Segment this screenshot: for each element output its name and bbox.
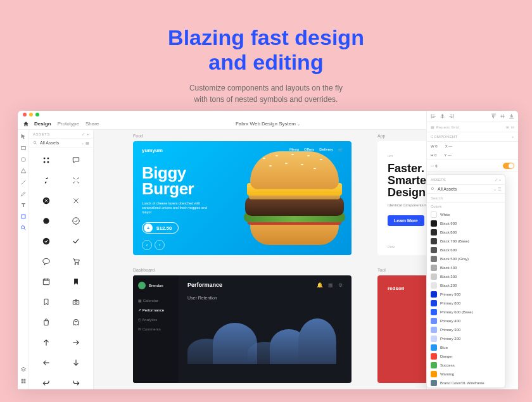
price-button[interactable]: + $12.50 [142,222,179,234]
swatch-item[interactable]: Danger [427,352,505,361]
bell-icon[interactable]: 🔔 [317,282,323,288]
asset-check-circle-icon[interactable] [61,211,91,231]
swatch-item[interactable]: Primary 600 (Base) [427,308,505,317]
chevron-down-icon: ⌄ ▦ [81,141,89,145]
minimize-dot[interactable] [29,113,33,116]
library-icon[interactable] [20,378,27,384]
artboard-label-food[interactable]: Food [133,134,143,138]
swatch-item[interactable]: Primary 800 [427,299,505,308]
pen-tool-icon[interactable] [20,191,27,197]
dash-nav-analytics[interactable]: ◷ Analytics [138,315,174,324]
prev-icon[interactable]: ‹ [142,240,152,250]
learn-more-button[interactable]: Learn More [388,215,424,226]
asset-bookmark-filled-icon[interactable] [61,272,91,292]
swatch-item[interactable]: Black 900 [427,219,505,228]
asset-arrow-right-icon[interactable] [61,332,91,353]
svg-rect-6 [21,379,23,381]
dashboard-user[interactable]: Brendon [138,282,174,289]
close-dot[interactable] [23,113,27,116]
swatch-item[interactable]: Success [427,361,505,370]
asset-arrow-up-icon[interactable] [32,332,61,353]
select-tool-icon[interactable] [20,134,27,140]
polygon-tool-icon[interactable] [20,168,27,174]
popup-category: Colors [427,203,505,210]
asset-check-filled-icon[interactable] [32,231,61,251]
align-right-icon[interactable] [448,113,454,119]
swatch-item[interactable]: Blue [427,343,505,352]
asset-chat-icon[interactable] [61,150,91,170]
asset-calendar-icon[interactable] [32,272,61,292]
ellipse-tool-icon[interactable] [20,156,27,163]
swatch-item[interactable]: Primary 300 [427,325,505,334]
asset-cart-icon[interactable] [61,251,91,272]
home-icon[interactable] [23,121,29,127]
asset-return-left-icon[interactable] [32,373,61,389]
asset-collapse-icon[interactable] [32,170,61,191]
popup-search[interactable]: Search [427,194,505,203]
asset-bag-icon[interactable] [32,312,61,332]
artboard-label-app[interactable]: App [377,134,385,138]
rectangle-tool-icon[interactable] [20,145,27,151]
artboard-dashboard[interactable]: Brendon ▦ Calendar ↗ Performance ◷ Analy… [133,275,352,383]
align-top-icon[interactable] [491,113,497,119]
artboard-label-tool[interactable]: Tool [377,268,386,272]
swatch-item[interactable]: Primary 200 [427,334,505,343]
component-section[interactable]: COMPONENT+ [427,132,518,142]
swatch-item[interactable]: Black 200 [427,281,505,290]
swatch-item[interactable]: Black 700 (Base) [427,237,505,246]
align-left-icon[interactable] [431,113,436,119]
dash-nav-calendar[interactable]: ▦ Calendar [138,296,174,305]
asset-check-icon[interactable] [61,231,91,251]
swatch-item[interactable]: Brand Color/01 Wireframe [427,379,505,387]
swatch-item[interactable]: Primary 400 [427,317,505,325]
asset-ghost-icon[interactable] [61,312,91,332]
tool-rail [18,130,29,389]
next-icon[interactable]: › [155,240,165,250]
asset-expand-icon[interactable] [61,170,91,191]
text-tool-icon[interactable] [20,202,27,208]
swatch-item[interactable]: Black 500 (Gray) [427,254,505,263]
asset-dot-filled-icon[interactable] [32,211,61,231]
swatch-item[interactable]: Warning [427,370,505,379]
assets-filter[interactable]: All Assets ⌄ ▦ [29,139,93,148]
grid-icon[interactable]: ▦ [328,282,333,288]
asset-arrow-left-icon[interactable] [32,353,61,373]
artboard-label-dashboard[interactable]: Dashboard [133,268,155,272]
popup-expand-icon[interactable]: ⤢ + [495,177,501,182]
asset-comment-icon[interactable] [32,251,61,272]
assets-add-icon[interactable]: ⤢ + [82,132,89,136]
add-icon[interactable]: + [512,135,514,139]
tab-design[interactable]: Design [34,121,51,127]
asset-close-filled-icon[interactable] [32,191,61,211]
popup-filter[interactable]: All Assets ⌄ ☰ [427,185,505,194]
asset-grid-dots-icon[interactable] [32,150,61,170]
tab-prototype[interactable]: Prototype [58,121,79,127]
asset-arrow-down-icon[interactable] [61,353,91,373]
tab-share[interactable]: Share [86,121,99,127]
dash-nav-performance[interactable]: ↗ Performance [138,305,174,315]
svg-point-25 [75,321,75,322]
asset-close-icon[interactable] [61,191,91,211]
swatch-item[interactable]: White [427,210,505,219]
swatch-item[interactable]: Black 300 [427,272,505,281]
layers-icon[interactable] [20,367,27,373]
align-middle-icon[interactable] [500,113,505,119]
line-tool-icon[interactable] [20,179,27,185]
maximize-dot[interactable] [35,113,39,116]
zoom-tool-icon[interactable] [20,225,27,231]
view-toggle-icon[interactable]: ⌄ ☰ [493,187,501,191]
responsive-toggle[interactable] [503,163,514,169]
align-center-h-icon[interactable] [440,113,445,119]
swatch-item[interactable]: Black 400 [427,263,505,272]
dash-nav-comments[interactable]: ✉ Comments [138,324,174,334]
asset-bookmark-icon[interactable] [32,292,61,312]
align-bottom-icon[interactable] [509,113,514,119]
artboard-food[interactable]: yumyum MenuOffersDelivery🛒 BiggyBurger L… [133,141,352,255]
artboard-tool-icon[interactable] [20,213,27,220]
asset-camera-icon[interactable] [61,292,91,312]
swatch-item[interactable]: Black 600 [427,246,505,254]
swatch-item[interactable]: Black 800 [427,228,505,237]
swatch-item[interactable]: Primary 900 [427,290,505,299]
asset-return-right-icon[interactable] [61,373,91,389]
gear-icon[interactable]: ⚙ [338,282,343,288]
